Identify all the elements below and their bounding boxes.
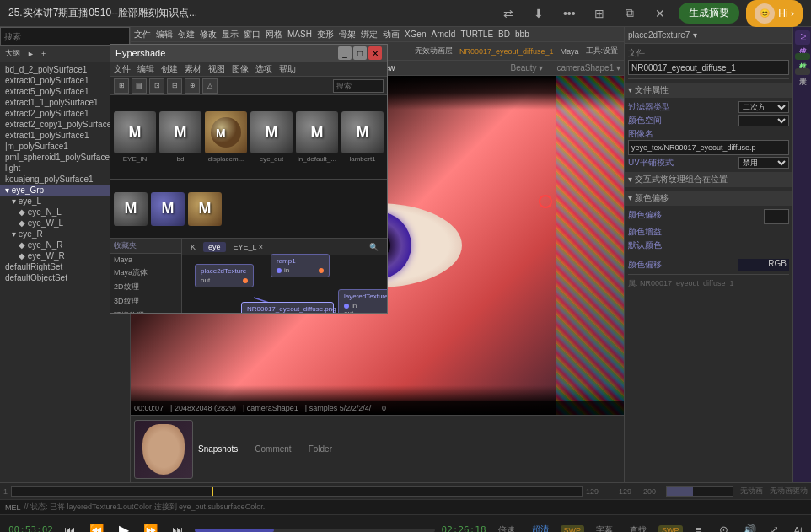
node-graph-area[interactable]: K eye EYE_L × 🔍 place2dTexture <box>182 239 387 313</box>
skip-back-button[interactable]: ⏮ <box>60 520 80 533</box>
share-icon[interactable]: ⇄ <box>497 3 520 24</box>
more-icon[interactable]: ••• <box>557 3 581 24</box>
hs-menu-options[interactable]: 选项 <box>255 63 272 75</box>
menu-create[interactable]: 创建 <box>178 29 195 40</box>
ng-tab-eye[interactable]: eye <box>203 242 226 252</box>
hs-close-button[interactable]: ✕ <box>368 46 382 60</box>
snapshot-tab-snapshots[interactable]: Snapshots <box>198 444 238 454</box>
render-mode-selector[interactable]: Beauty ▾ <box>510 63 543 73</box>
toolbar-btn-1[interactable]: 大纲 <box>3 47 23 60</box>
hs-icon-4[interactable]: ⊟ <box>167 78 182 94</box>
circle-icon[interactable]: ⊙ <box>715 521 733 533</box>
toolbar-noaim[interactable]: 无效动画层 <box>412 45 455 57</box>
ng-tab-x[interactable]: K <box>185 242 201 252</box>
hs-cat-maya[interactable]: Maya <box>110 254 181 266</box>
menu-window[interactable]: 窗口 <box>244 29 260 40</box>
hi-button[interactable]: 😊 Hi › <box>746 0 803 27</box>
filter-type-select[interactable]: 二次方 <box>738 101 789 113</box>
fullscreen-icon[interactable]: ⊞ <box>588 3 611 24</box>
hs-cat-2d[interactable]: 2D纹理 <box>110 280 181 294</box>
hs-menu-create[interactable]: 创建 <box>161 63 178 75</box>
section-interactive-tex[interactable]: ▾ 交互式将纹理组合在位置 <box>625 172 792 187</box>
image-name-input[interactable] <box>628 140 789 155</box>
menu-edit[interactable]: 编辑 <box>156 29 173 40</box>
menu-mash[interactable]: MASH <box>287 30 312 39</box>
hs-menu-edit[interactable]: 编辑 <box>137 63 154 75</box>
camera-selector[interactable]: cameraShape1 ▾ <box>556 63 620 73</box>
menu-file[interactable]: 文件 <box>134 29 151 40</box>
toolbar-maya-icon[interactable]: Maya <box>557 46 581 56</box>
hs-minimize-button[interactable]: _ <box>338 46 352 60</box>
color-swatch-1[interactable] <box>764 209 789 224</box>
menu-anim[interactable]: 动画 <box>383 29 400 40</box>
material-m1[interactable]: M <box>114 192 148 226</box>
ng-tab-eyelid[interactable]: EYE_L × <box>228 242 268 252</box>
material-eye-in[interactable]: M EYE_IN <box>114 111 156 163</box>
quality-label[interactable]: 超清 <box>527 522 554 532</box>
node-place2d[interactable]: place2dTexture out <box>195 264 254 287</box>
generate-summary-button[interactable]: 生成摘要 <box>679 3 739 24</box>
menu-modify[interactable]: 修改 <box>200 29 217 40</box>
expand-btn[interactable]: 展开 <box>795 68 810 75</box>
menu-turtle[interactable]: TURTLE <box>460 30 493 39</box>
timeline-track[interactable] <box>11 486 583 497</box>
material-lambert1[interactable]: M lambert1 <box>341 111 384 163</box>
hs-icon-6[interactable]: △ <box>202 78 218 94</box>
section-color-offset[interactable]: ▾ 颜色偏移 <box>625 191 792 206</box>
step-back-button[interactable]: ⏪ <box>87 520 107 533</box>
speed-label[interactable]: 倍速 <box>493 523 520 533</box>
search-input[interactable] <box>0 27 130 46</box>
pip-icon[interactable]: ⧉ <box>618 3 642 24</box>
hs-maximize-button[interactable]: □ <box>353 46 367 60</box>
material-displace[interactable]: M displacem... <box>205 111 247 163</box>
menu-arnold[interactable]: Arnold <box>431 30 455 39</box>
list-icon[interactable]: ≡ <box>690 521 708 533</box>
step-forward-button[interactable]: ⏩ <box>141 520 161 533</box>
ng-search-icon[interactable]: 🔍 <box>364 242 384 252</box>
hypershade-titlebar[interactable]: Hypershade _ □ ✕ <box>110 45 387 62</box>
hs-cat-env[interactable]: 环境纹理 <box>110 309 181 313</box>
material-eye-out[interactable]: M eye_out <box>250 111 293 163</box>
ai-material-btn[interactable]: 材件 <box>795 53 810 60</box>
close-icon[interactable]: ✕ <box>648 3 672 24</box>
timeline-range[interactable] <box>666 486 733 497</box>
play-button[interactable]: ▶ <box>114 520 134 533</box>
fullscreen-pb-icon[interactable]: ⤢ <box>765 521 784 533</box>
skip-forward-button[interactable]: ⏭ <box>168 520 188 533</box>
subtitle-label[interactable]: 字幕 <box>591 523 618 533</box>
toolbar-btn-2[interactable]: ► <box>24 49 37 59</box>
snapshot-tab-comment[interactable]: Comment <box>255 444 291 454</box>
material-in-default[interactable]: M in_default_... <box>296 111 338 163</box>
menu-skeleton[interactable]: 骨架 <box>339 29 356 40</box>
material-m2[interactable]: M <box>151 192 185 226</box>
node-main-texture[interactable]: NR00017_eyeout_diffuse.png file <box>241 302 334 313</box>
hs-menu-file[interactable]: 文件 <box>114 63 131 75</box>
hs-menu-image[interactable]: 图像 <box>232 63 249 75</box>
menu-display[interactable]: 显示 <box>222 29 239 40</box>
section-file-attrs[interactable]: ▾ 文件属性 <box>625 83 792 98</box>
uv-tile-select[interactable]: 禁用 <box>738 157 789 169</box>
swp-label-2[interactable]: SWP <box>658 525 683 533</box>
toolbar-btn-3[interactable]: + <box>39 49 48 59</box>
hs-cat-3d[interactable]: 3D纹理 <box>110 294 181 309</box>
hs-icon-5[interactable]: ⊕ <box>185 78 200 94</box>
hs-cat-fluid[interactable]: Maya流体 <box>110 266 181 280</box>
search-label[interactable]: 查找 <box>625 523 652 533</box>
menu-mesh[interactable]: 网格 <box>266 29 282 40</box>
color-space-select[interactable] <box>738 115 789 126</box>
menu-xgen[interactable]: XGen <box>405 30 427 39</box>
menu-bd[interactable]: BD <box>498 30 510 39</box>
hs-icon-2[interactable]: ▤ <box>132 78 147 94</box>
toolbar-settings[interactable]: 工具:设置 <box>583 45 621 57</box>
progress-bar[interactable] <box>195 529 435 532</box>
hs-icon-1[interactable]: ⊞ <box>114 78 129 94</box>
download-icon[interactable]: ⬇ <box>527 3 551 24</box>
material-bd[interactable]: M bd <box>159 111 201 163</box>
ai-generate-btn[interactable]: AI生成 <box>795 30 810 45</box>
file-input[interactable] <box>628 60 789 75</box>
volume-icon[interactable]: 🔊 <box>740 521 759 533</box>
menu-deform[interactable]: 变形 <box>317 29 334 40</box>
right-expand-icon[interactable]: ▾ <box>693 30 697 40</box>
hs-menu-help[interactable]: 帮助 <box>279 63 296 75</box>
node-layered[interactable]: layeredTexture1 in out <box>338 289 387 313</box>
